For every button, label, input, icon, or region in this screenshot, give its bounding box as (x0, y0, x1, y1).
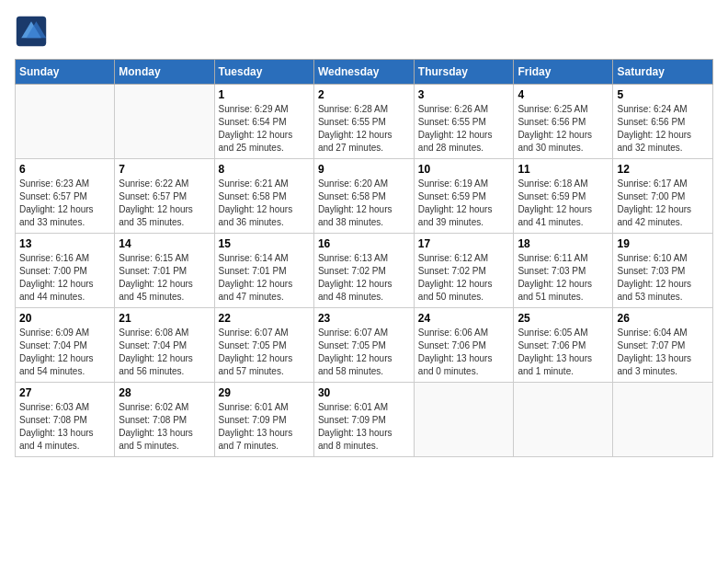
calendar-cell: 12Sunrise: 6:17 AM Sunset: 7:00 PM Dayli… (613, 159, 713, 234)
day-detail: Sunrise: 6:07 AM Sunset: 7:05 PM Dayligh… (219, 327, 310, 378)
day-detail: Sunrise: 6:21 AM Sunset: 6:58 PM Dayligh… (219, 178, 310, 229)
calendar-cell: 8Sunrise: 6:21 AM Sunset: 6:58 PM Daylig… (214, 159, 313, 234)
calendar-cell: 20Sunrise: 6:09 AM Sunset: 7:04 PM Dayli… (16, 308, 115, 383)
day-number: 14 (119, 237, 210, 250)
day-number: 3 (418, 88, 510, 101)
calendar-cell: 11Sunrise: 6:18 AM Sunset: 6:59 PM Dayli… (514, 159, 613, 234)
calendar-cell: 19Sunrise: 6:10 AM Sunset: 7:03 PM Dayli… (613, 234, 713, 308)
weekday-header: Tuesday (214, 60, 313, 85)
calendar-cell: 28Sunrise: 6:02 AM Sunset: 7:08 PM Dayli… (115, 383, 214, 457)
calendar-cell: 9Sunrise: 6:20 AM Sunset: 6:58 PM Daylig… (313, 159, 414, 234)
calendar-cell: 15Sunrise: 6:14 AM Sunset: 7:01 PM Dayli… (214, 234, 313, 308)
calendar-week-row: 27Sunrise: 6:03 AM Sunset: 7:08 PM Dayli… (16, 383, 713, 457)
day-number: 28 (119, 386, 210, 399)
day-number: 15 (219, 237, 310, 250)
day-detail: Sunrise: 6:17 AM Sunset: 7:00 PM Dayligh… (617, 178, 709, 229)
day-number: 26 (617, 312, 709, 325)
weekday-header: Wednesday (313, 60, 414, 85)
day-number: 17 (418, 237, 510, 250)
day-number: 7 (119, 163, 210, 176)
day-number: 12 (617, 163, 709, 176)
weekday-header: Thursday (414, 60, 514, 85)
weekday-header: Saturday (613, 60, 713, 85)
page-header (15, 15, 713, 48)
calendar-cell: 17Sunrise: 6:12 AM Sunset: 7:02 PM Dayli… (414, 234, 514, 308)
day-number: 22 (219, 312, 310, 325)
calendar-week-row: 6Sunrise: 6:23 AM Sunset: 6:57 PM Daylig… (16, 159, 713, 234)
day-number: 23 (318, 312, 410, 325)
calendar-cell: 24Sunrise: 6:06 AM Sunset: 7:06 PM Dayli… (414, 308, 514, 383)
calendar-week-row: 20Sunrise: 6:09 AM Sunset: 7:04 PM Dayli… (16, 308, 713, 383)
day-number: 27 (19, 386, 110, 399)
day-number: 1 (219, 88, 310, 101)
day-detail: Sunrise: 6:12 AM Sunset: 7:02 PM Dayligh… (418, 252, 510, 304)
calendar-cell (16, 85, 115, 159)
calendar-cell: 26Sunrise: 6:04 AM Sunset: 7:07 PM Dayli… (613, 308, 713, 383)
logo-icon (15, 15, 48, 48)
day-detail: Sunrise: 6:24 AM Sunset: 6:56 PM Dayligh… (617, 103, 709, 155)
day-detail: Sunrise: 6:07 AM Sunset: 7:05 PM Dayligh… (318, 327, 410, 378)
calendar-cell: 30Sunrise: 6:01 AM Sunset: 7:09 PM Dayli… (313, 383, 414, 457)
calendar-cell: 13Sunrise: 6:16 AM Sunset: 7:00 PM Dayli… (16, 234, 115, 308)
day-detail: Sunrise: 6:10 AM Sunset: 7:03 PM Dayligh… (617, 252, 709, 304)
calendar-cell (414, 383, 514, 457)
logo (15, 15, 51, 48)
day-detail: Sunrise: 6:13 AM Sunset: 7:02 PM Dayligh… (318, 252, 410, 304)
calendar-cell: 3Sunrise: 6:26 AM Sunset: 6:55 PM Daylig… (414, 85, 514, 159)
calendar-cell: 16Sunrise: 6:13 AM Sunset: 7:02 PM Dayli… (313, 234, 414, 308)
weekday-header: Friday (514, 60, 613, 85)
day-detail: Sunrise: 6:23 AM Sunset: 6:57 PM Dayligh… (19, 178, 110, 229)
day-detail: Sunrise: 6:08 AM Sunset: 7:04 PM Dayligh… (119, 327, 210, 378)
calendar-cell: 25Sunrise: 6:05 AM Sunset: 7:06 PM Dayli… (514, 308, 613, 383)
calendar-cell: 27Sunrise: 6:03 AM Sunset: 7:08 PM Dayli… (16, 383, 115, 457)
calendar-week-row: 1Sunrise: 6:29 AM Sunset: 6:54 PM Daylig… (16, 85, 713, 159)
day-detail: Sunrise: 6:01 AM Sunset: 7:09 PM Dayligh… (219, 401, 310, 453)
day-number: 20 (19, 312, 110, 325)
calendar-cell: 6Sunrise: 6:23 AM Sunset: 6:57 PM Daylig… (16, 159, 115, 234)
day-detail: Sunrise: 6:06 AM Sunset: 7:06 PM Dayligh… (418, 327, 510, 378)
day-number: 18 (518, 237, 609, 250)
calendar-cell (514, 383, 613, 457)
day-detail: Sunrise: 6:22 AM Sunset: 6:57 PM Dayligh… (119, 178, 210, 229)
calendar-table: SundayMondayTuesdayWednesdayThursdayFrid… (15, 59, 713, 457)
day-number: 6 (19, 163, 110, 176)
day-detail: Sunrise: 6:09 AM Sunset: 7:04 PM Dayligh… (19, 327, 110, 378)
day-number: 16 (318, 237, 410, 250)
calendar-cell: 5Sunrise: 6:24 AM Sunset: 6:56 PM Daylig… (613, 85, 713, 159)
day-detail: Sunrise: 6:15 AM Sunset: 7:01 PM Dayligh… (119, 252, 210, 304)
calendar-week-row: 13Sunrise: 6:16 AM Sunset: 7:00 PM Dayli… (16, 234, 713, 308)
day-number: 24 (418, 312, 510, 325)
day-number: 11 (518, 163, 609, 176)
day-number: 21 (119, 312, 210, 325)
day-detail: Sunrise: 6:28 AM Sunset: 6:55 PM Dayligh… (318, 103, 410, 155)
day-detail: Sunrise: 6:01 AM Sunset: 7:09 PM Dayligh… (318, 401, 410, 453)
calendar-cell: 18Sunrise: 6:11 AM Sunset: 7:03 PM Dayli… (514, 234, 613, 308)
day-detail: Sunrise: 6:26 AM Sunset: 6:55 PM Dayligh… (418, 103, 510, 155)
day-number: 9 (318, 163, 410, 176)
day-number: 30 (318, 386, 410, 399)
day-number: 10 (418, 163, 510, 176)
weekday-header: Sunday (16, 60, 115, 85)
day-number: 25 (518, 312, 609, 325)
day-detail: Sunrise: 6:25 AM Sunset: 6:56 PM Dayligh… (518, 103, 609, 155)
day-number: 13 (19, 237, 110, 250)
calendar-cell: 14Sunrise: 6:15 AM Sunset: 7:01 PM Dayli… (115, 234, 214, 308)
day-detail: Sunrise: 6:16 AM Sunset: 7:00 PM Dayligh… (19, 252, 110, 304)
day-detail: Sunrise: 6:03 AM Sunset: 7:08 PM Dayligh… (19, 401, 110, 453)
day-number: 8 (219, 163, 310, 176)
calendar-cell: 7Sunrise: 6:22 AM Sunset: 6:57 PM Daylig… (115, 159, 214, 234)
day-detail: Sunrise: 6:11 AM Sunset: 7:03 PM Dayligh… (518, 252, 609, 304)
day-number: 19 (617, 237, 709, 250)
day-detail: Sunrise: 6:04 AM Sunset: 7:07 PM Dayligh… (617, 327, 709, 378)
day-number: 29 (219, 386, 310, 399)
calendar-cell: 29Sunrise: 6:01 AM Sunset: 7:09 PM Dayli… (214, 383, 313, 457)
weekday-header: Monday (115, 60, 214, 85)
calendar-cell: 10Sunrise: 6:19 AM Sunset: 6:59 PM Dayli… (414, 159, 514, 234)
calendar-cell: 1Sunrise: 6:29 AM Sunset: 6:54 PM Daylig… (214, 85, 313, 159)
calendar-cell (115, 85, 214, 159)
day-detail: Sunrise: 6:19 AM Sunset: 6:59 PM Dayligh… (418, 178, 510, 229)
day-number: 4 (518, 88, 609, 101)
day-number: 2 (318, 88, 410, 101)
calendar-cell: 23Sunrise: 6:07 AM Sunset: 7:05 PM Dayli… (313, 308, 414, 383)
day-number: 5 (617, 88, 709, 101)
